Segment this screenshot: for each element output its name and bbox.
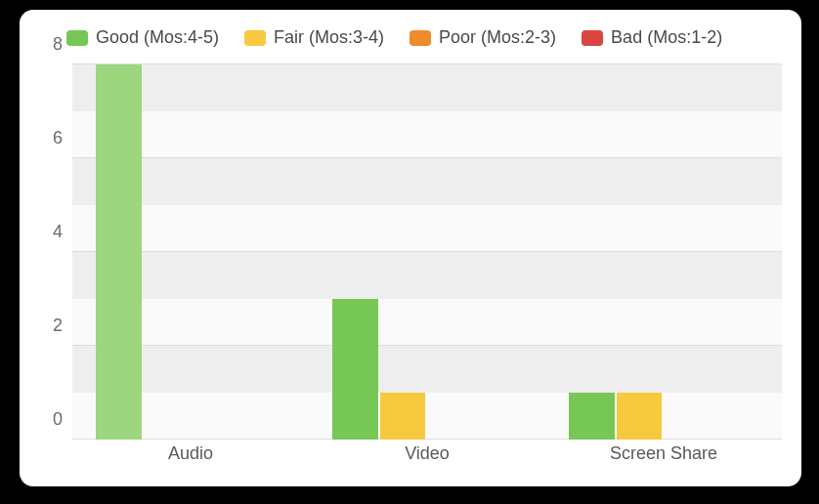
legend-label: Bad (Mos:1-2) [611, 27, 722, 48]
legend-swatch-poor [410, 30, 431, 46]
legend-label: Fair (Mos:3-4) [274, 27, 384, 48]
x-axis-labels: Audio Video Screen Share [72, 443, 782, 473]
y-tick-6: 6 [53, 128, 63, 148]
grid-band [72, 64, 782, 111]
grid-band [72, 346, 782, 393]
legend-item-good[interactable]: Good (Mos:4-5) [66, 27, 219, 48]
chart-card: Good (Mos:4-5) Fair (Mos:3-4) Poor (Mos:… [20, 10, 801, 486]
gridline [72, 251, 782, 252]
legend-swatch-fair [244, 30, 266, 46]
chart-plot: 0 2 4 6 8 [72, 64, 782, 440]
bar[interactable] [569, 393, 614, 440]
gridline [72, 63, 782, 64]
x-label-video: Video [405, 443, 450, 464]
legend-item-fair[interactable]: Fair (Mos:3-4) [244, 27, 384, 48]
legend-item-bad[interactable]: Bad (Mos:1-2) [582, 27, 722, 48]
bar[interactable] [617, 393, 662, 440]
y-tick-8: 8 [53, 34, 63, 55]
chart-legend: Good (Mos:4-5) Fair (Mos:3-4) Poor (Mos:… [66, 27, 782, 48]
gridline [72, 345, 782, 346]
y-tick-0: 0 [53, 409, 63, 430]
x-label-audio: Audio [168, 443, 213, 464]
grid-band [72, 158, 782, 205]
y-tick-4: 4 [53, 222, 63, 242]
legend-label: Good (Mos:4-5) [96, 27, 219, 48]
plot-area [72, 64, 782, 440]
legend-swatch-good [66, 30, 88, 46]
legend-swatch-bad [582, 30, 603, 46]
gridline [72, 157, 782, 158]
y-tick-2: 2 [53, 315, 63, 336]
bar[interactable] [380, 393, 425, 440]
bar[interactable] [332, 299, 377, 440]
bar[interactable] [96, 64, 141, 440]
legend-label: Poor (Mos:2-3) [439, 27, 556, 48]
gridline [72, 439, 782, 440]
x-label-screen-share: Screen Share [610, 443, 717, 464]
legend-item-poor[interactable]: Poor (Mos:2-3) [410, 27, 556, 48]
grid-band [72, 252, 782, 299]
